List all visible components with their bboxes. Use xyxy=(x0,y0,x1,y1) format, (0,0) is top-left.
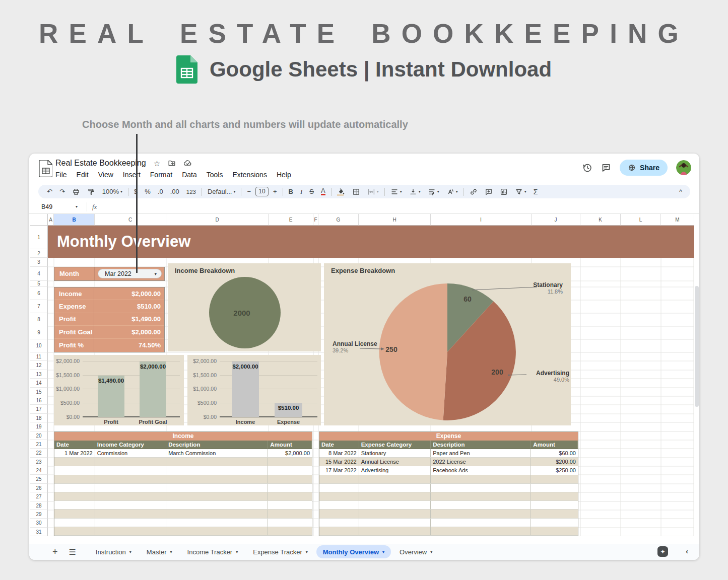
expense-table-row[interactable] xyxy=(319,501,578,510)
menu-edit[interactable]: Edit xyxy=(77,171,89,179)
horizontal-align-button[interactable]: ▾ xyxy=(387,185,406,198)
sheet-tab-monthly-overview[interactable]: Monthly Overview▾ xyxy=(316,545,391,558)
row-header-14[interactable]: 14 xyxy=(30,379,48,388)
table-cell[interactable] xyxy=(166,510,268,518)
menu-help[interactable]: Help xyxy=(277,171,291,179)
borders-button[interactable] xyxy=(349,185,364,198)
menu-extensions[interactable]: Extensions xyxy=(232,171,267,179)
expense-breakdown-chart[interactable]: Expense Breakdown 60200250Stationary11.8… xyxy=(324,263,571,425)
table-cell[interactable] xyxy=(54,466,95,474)
row-header-28[interactable]: 28 xyxy=(30,501,48,510)
document-title[interactable]: Real Estate Bookkeeping xyxy=(55,159,146,168)
table-cell[interactable] xyxy=(54,492,95,500)
share-button[interactable]: Share xyxy=(620,160,668,176)
income-breakdown-chart[interactable]: Income Breakdown 2000 xyxy=(168,263,321,351)
redo-button[interactable]: ↷ xyxy=(56,185,69,198)
table-cell[interactable]: Facebook Ads xyxy=(431,466,531,474)
table-cell[interactable]: 2022 License xyxy=(431,458,531,466)
table-cell[interactable] xyxy=(531,527,578,535)
table-cell[interactable]: Paper and Pen xyxy=(431,449,531,457)
comment-history-icon[interactable] xyxy=(601,163,611,173)
row-header-13[interactable]: 13 xyxy=(30,370,48,379)
collapse-toolbar-icon[interactable]: ^ xyxy=(679,188,685,195)
table-cell[interactable] xyxy=(95,466,166,474)
income-table-row[interactable] xyxy=(54,484,312,492)
table-cell[interactable]: 15 Mar 2022 xyxy=(319,458,359,466)
table-cell[interactable] xyxy=(268,466,312,474)
bold-button[interactable]: B xyxy=(285,185,297,198)
row-header-27[interactable]: 27 xyxy=(30,492,48,501)
table-cell[interactable] xyxy=(268,527,312,535)
text-color-button[interactable]: A xyxy=(317,185,329,198)
table-cell[interactable] xyxy=(319,492,359,500)
table-cell[interactable] xyxy=(319,519,359,527)
income-table-row[interactable] xyxy=(54,475,312,484)
strikethrough-button[interactable]: S xyxy=(306,185,317,198)
column-header-I[interactable]: I xyxy=(431,214,532,226)
column-header-L[interactable]: L xyxy=(621,214,661,226)
table-cell[interactable]: $200.00 xyxy=(531,458,578,466)
table-cell[interactable] xyxy=(359,501,431,509)
expense-table-row[interactable] xyxy=(319,527,578,536)
row-header-11[interactable]: 11 xyxy=(30,352,48,361)
table-cell[interactable] xyxy=(268,458,312,466)
avatar[interactable] xyxy=(676,160,691,175)
italic-button[interactable]: I xyxy=(297,185,306,198)
table-cell[interactable] xyxy=(54,475,95,483)
expense-table-row[interactable]: 17 Mar 2022AdvertisingFacebook Ads$250.0… xyxy=(319,466,578,475)
table-cell[interactable] xyxy=(531,484,578,492)
table-cell[interactable] xyxy=(268,501,312,509)
table-cell[interactable] xyxy=(359,527,431,535)
row-header-22[interactable]: 22 xyxy=(30,449,48,458)
row-header-15[interactable]: 15 xyxy=(30,388,48,396)
table-cell[interactable] xyxy=(359,519,431,527)
row-header-21[interactable]: 21 xyxy=(30,440,48,449)
functions-button[interactable]: Σ xyxy=(530,185,542,198)
income-table-row[interactable] xyxy=(54,501,312,510)
table-cell[interactable]: 8 Mar 2022 xyxy=(319,449,359,457)
sheet-tab-master[interactable]: Master▾ xyxy=(140,545,179,558)
increase-decimal-button[interactable]: .00 xyxy=(167,185,183,198)
menu-format[interactable]: Format xyxy=(150,171,172,179)
table-cell[interactable] xyxy=(54,458,95,466)
fill-color-button[interactable] xyxy=(334,185,349,198)
percent-format-button[interactable]: % xyxy=(141,185,154,198)
table-cell[interactable]: 17 Mar 2022 xyxy=(319,466,359,474)
row-header-30[interactable]: 30 xyxy=(30,519,48,528)
table-cell[interactable] xyxy=(54,519,95,527)
row-header-31[interactable]: 31 xyxy=(30,528,48,536)
expense-table-row[interactable] xyxy=(319,510,578,518)
row-header-5[interactable]: 5 xyxy=(30,281,48,287)
table-cell[interactable] xyxy=(319,510,359,518)
table-cell[interactable]: $60.00 xyxy=(531,449,578,457)
increase-font-size-button[interactable]: + xyxy=(270,185,281,198)
income-table-row[interactable] xyxy=(54,492,312,501)
income-table-row[interactable] xyxy=(54,510,312,518)
table-cell[interactable] xyxy=(268,475,312,483)
table-cell[interactable]: Advertising xyxy=(359,466,431,474)
undo-button[interactable]: ↶ xyxy=(43,185,56,198)
sheet-tab-income-tracker[interactable]: Income Tracker▾ xyxy=(181,545,245,558)
row-header-16[interactable]: 16 xyxy=(30,396,48,405)
table-cell[interactable] xyxy=(95,510,166,518)
row-header-19[interactable]: 19 xyxy=(30,422,48,431)
row-header-29[interactable]: 29 xyxy=(30,510,48,519)
table-cell[interactable] xyxy=(54,527,95,535)
income-table-row[interactable] xyxy=(54,527,312,536)
insert-link-button[interactable] xyxy=(466,185,481,198)
menu-data[interactable]: Data xyxy=(182,171,197,179)
menu-tools[interactable]: Tools xyxy=(207,171,223,179)
row-header-17[interactable]: 17 xyxy=(30,405,48,414)
sheet-tab-overview[interactable]: Overview▾ xyxy=(393,545,439,558)
chevron-left-icon[interactable]: ‹ xyxy=(686,547,688,555)
table-cell[interactable] xyxy=(166,527,268,535)
table-cell[interactable] xyxy=(54,510,95,518)
add-sheet-icon[interactable]: + xyxy=(52,547,58,557)
expense-table-row[interactable] xyxy=(319,484,578,492)
income-table-row[interactable] xyxy=(54,466,312,475)
vertical-align-button[interactable]: ▾ xyxy=(406,185,424,198)
table-cell[interactable] xyxy=(95,475,166,483)
column-header-A[interactable]: A xyxy=(48,214,54,226)
table-cell[interactable] xyxy=(166,501,268,509)
row-header-25[interactable]: 25 xyxy=(30,475,48,484)
